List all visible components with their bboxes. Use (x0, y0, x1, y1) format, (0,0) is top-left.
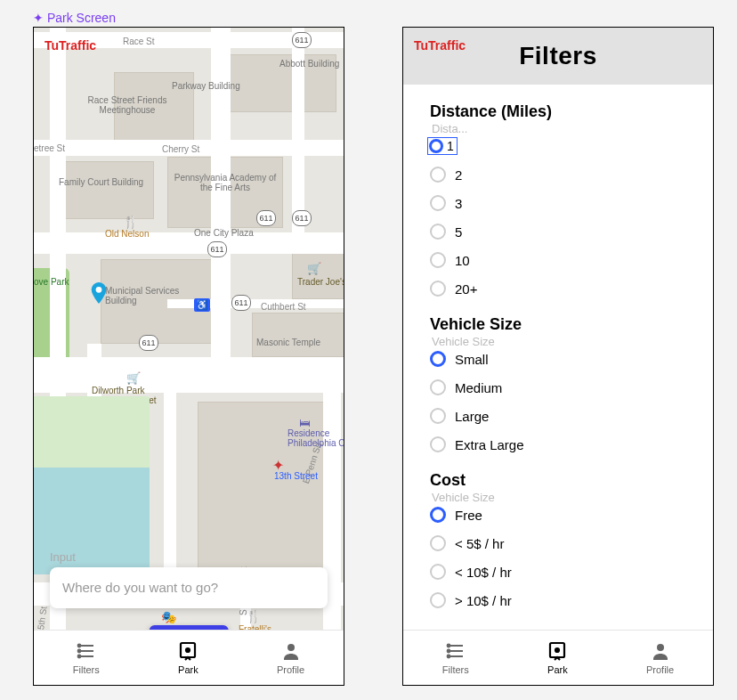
section-title: Vehicle Size (430, 315, 693, 334)
map-poi-label: Old Nelson (105, 229, 149, 239)
route-shield: 611 (256, 210, 276, 226)
search-input[interactable] (62, 580, 315, 595)
brand-logo-text: TuTraffic (414, 38, 466, 53)
radio-icon (430, 224, 446, 240)
radio-option[interactable]: Large (430, 402, 693, 430)
radio-option[interactable]: Extra Large (430, 430, 693, 459)
nav-profile[interactable]: Profile (277, 640, 304, 675)
shopping-icon: 🛒 (307, 262, 321, 275)
radio-option[interactable]: 10 (430, 246, 693, 274)
svg-point-18 (657, 644, 664, 651)
radio-icon (430, 535, 446, 551)
radio-option[interactable]: 3 (430, 189, 693, 217)
map-poi-label: Parkway Building (172, 81, 240, 91)
svg-point-4 (77, 645, 80, 647)
profile-icon (650, 640, 671, 662)
map-canvas[interactable]: Race St Cherry St Cuthbert St S Juniper … (34, 28, 344, 630)
option-label: Free (455, 508, 482, 523)
svg-point-0 (96, 287, 102, 293)
nav-filters[interactable]: Filters (442, 640, 469, 675)
page-title: Filters (519, 42, 597, 70)
radio-icon (430, 195, 446, 211)
transit-station-icon: ✦ (272, 457, 284, 474)
radio-option[interactable]: Small (430, 345, 693, 373)
option-label: 3 (455, 196, 462, 211)
filters-icon (76, 640, 97, 662)
route-shield: 611 (207, 241, 227, 257)
svg-point-9 (288, 644, 295, 651)
nav-label: Filters (442, 664, 469, 675)
filters-body[interactable]: Distance (Miles)Dista...12351020+ Vehicl… (403, 85, 713, 630)
svg-point-5 (77, 650, 80, 653)
route-shield: 611 (292, 32, 312, 48)
bottom-nav: Filters Park Profile (34, 630, 344, 685)
option-label: < 5$ / hr (455, 536, 504, 551)
map-poi-label: Abbott Building (279, 59, 339, 69)
map-poi-label: Pennsylvania Academy of the Fine Arts (172, 173, 279, 192)
filter-section-vehicle: Vehicle SizeVehicle SizeSmallMediumLarge… (430, 315, 693, 459)
map-street-label: Cuthbert St (261, 302, 306, 312)
radio-icon (430, 592, 446, 608)
shopping-icon: 🛒 (126, 371, 141, 385)
nav-label: Park (178, 664, 198, 675)
nav-label: Filters (73, 664, 100, 675)
radio-icon (430, 351, 446, 367)
building-block (61, 161, 154, 219)
option-label: > 10$ / hr (455, 593, 512, 608)
lodging-icon: 🛏 (299, 416, 311, 429)
radio-icon (430, 252, 446, 268)
option-label: < 10$ / hr (455, 565, 512, 580)
map-street-label: Race St (123, 37, 155, 46)
map-poi-label: etree St (34, 143, 65, 153)
radio-option[interactable]: 20+ (430, 274, 693, 303)
radio-icon (430, 379, 446, 395)
radio-option[interactable]: 2 (430, 160, 693, 189)
map-street-label: Cherry St (162, 144, 199, 154)
nav-park[interactable]: Park (177, 640, 198, 675)
radio-option[interactable]: < 5$ / hr (430, 529, 693, 558)
svg-point-15 (447, 655, 449, 658)
option-label: 2 (455, 167, 462, 183)
nav-park[interactable]: Park (547, 640, 568, 675)
radio-option[interactable]: > 10$ / hr (430, 586, 693, 615)
profile-icon (280, 640, 302, 662)
radio-icon (430, 436, 446, 452)
map-poi-label: Municipal Services Building (105, 286, 194, 305)
option-label: Extra Large (455, 437, 524, 452)
restaurant-icon: 🍴 (246, 609, 261, 623)
nav-filters[interactable]: Filters (73, 640, 100, 675)
option-label: 10 (455, 253, 470, 268)
option-label: Small (455, 352, 489, 367)
svg-point-6 (77, 655, 80, 658)
radio-icon (429, 139, 443, 153)
option-label: Medium (455, 380, 502, 395)
input-ghost-label: Input (50, 550, 76, 564)
radio-icon (430, 281, 446, 297)
route-shield: 611 (231, 295, 251, 311)
radio-icon (430, 564, 446, 580)
radio-option[interactable]: < 10$ / hr (430, 558, 693, 586)
radio-icon (430, 167, 446, 183)
section-title: Cost (430, 471, 693, 490)
nav-label: Profile (646, 664, 674, 675)
radio-option[interactable]: Medium (430, 373, 693, 402)
location-pin-icon[interactable] (91, 282, 107, 304)
option-label: 5 (455, 224, 462, 240)
bottom-nav: Filters Park Profile (403, 630, 713, 685)
road (164, 393, 176, 589)
svg-point-17 (555, 648, 559, 652)
filters-icon (445, 640, 466, 662)
screen-label: Park Screen (33, 11, 116, 25)
map-poi-label: Race Street Friends Meetinghouse (78, 95, 176, 115)
map-poi-label: Trader Joe's (297, 277, 344, 287)
accessibility-icon: ♿ (194, 298, 210, 312)
svg-point-13 (447, 645, 449, 647)
radio-option[interactable]: 5 (430, 217, 693, 246)
map-poi-label: One City Plaza (194, 228, 254, 238)
nav-label: Profile (277, 664, 304, 675)
nav-profile[interactable]: Profile (646, 640, 674, 675)
dilworth-park-shape (34, 396, 150, 574)
radio-option[interactable]: Free (430, 501, 693, 529)
radio-option[interactable]: 1 (430, 132, 693, 160)
map-street-label: S 15th St (34, 606, 49, 630)
